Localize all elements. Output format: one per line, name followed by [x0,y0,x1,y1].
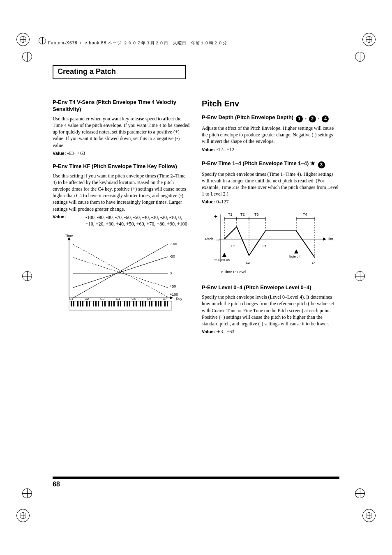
param-heading-penv-level: P-Env Level 0–4 (Pitch Envelope Level 0–… [202,284,339,291]
svg-text:–: – [214,256,217,263]
svg-rect-52 [160,301,161,306]
body-text: Specify the pitch envelope levels (Level… [202,294,339,327]
registration-mark-icon [16,32,30,47]
svg-rect-29 [89,301,90,306]
svg-text:L4: L4 [312,261,316,265]
svg-text:L2: L2 [246,261,250,265]
body-text: Adjusts the effect of the Pitch Envelope… [202,125,339,145]
svg-text:-100: -100 [170,242,177,246]
crosshair-icon [355,52,370,67]
svg-rect-26 [80,301,81,306]
crosshair-icon [22,271,37,286]
body-text: Specify the pitch envelope times (Time 1… [202,171,339,198]
svg-text:Time: Time [327,237,333,241]
value-line: Value: -12– +12 [202,147,339,153]
svg-text:T2: T2 [240,212,245,216]
svg-text:+: + [214,213,217,220]
svg-rect-44 [136,301,137,306]
svg-rect-30 [93,301,94,306]
registration-mark-icon [362,32,376,47]
crosshair-icon [39,37,46,44]
left-column: P-Env T4 V-Sens (Pitch Envelope Time 4 V… [53,99,190,341]
svg-text:T1: T1 [228,212,233,216]
body-text: Use this setting if you want the pitch e… [53,173,190,212]
svg-text:T3: T3 [254,212,259,216]
svg-rect-47 [145,301,146,306]
svg-rect-48 [149,301,150,306]
svg-rect-36 [111,301,112,306]
svg-text:Note off: Note off [289,255,301,258]
book-header-line: Fantom-X678_r_e.book 68 ページ ２００７年３月２０日 火… [48,40,227,46]
param-heading-penv-depth: P-Env Depth (Pitch Envelope Depth) 1 , 2… [202,114,339,122]
svg-rect-50 [155,301,157,306]
svg-rect-38 [118,301,119,306]
svg-text:C5: C5 [131,297,136,301]
svg-text:C7: C7 [163,297,167,301]
value-line: Value: -63– +63 [53,150,190,157]
svg-rect-34 [104,301,106,306]
svg-text:C2: C2 [85,297,89,301]
svg-rect-46 [142,301,143,306]
crosshair-icon [355,488,370,503]
svg-rect-25 [77,301,78,306]
svg-text:C4: C4 [116,297,120,301]
svg-text:L1: L1 [231,244,235,248]
svg-text:Key: Key [176,297,182,301]
svg-rect-51 [158,301,159,306]
svg-rect-42 [129,301,130,306]
svg-text:C1: C1 [69,297,74,301]
value-line: Value: 0–127 [202,199,339,205]
circled-number-3-icon: 3 [318,161,325,168]
star-icon: ★ [310,160,316,166]
param-heading-penv-time: P-Env Time 1–4 (Pitch Envelope Time 1–4)… [202,159,339,168]
param-heading-penv-time-kf: P-Env Time KF (Pitch Envelope Time Key F… [53,163,190,170]
svg-rect-49 [151,301,152,306]
svg-marker-3 [170,296,173,299]
svg-rect-23 [71,301,72,306]
svg-rect-39 [120,301,121,306]
svg-rect-27 [82,301,83,306]
page-title: Creating a Patch [58,67,116,76]
svg-rect-28 [86,301,88,306]
body-text: Use this parameter when you want key rel… [53,115,190,149]
crosshair-icon [22,52,37,67]
svg-text:Pitch: Pitch [205,237,213,241]
page-title-box: Creating a Patch [53,65,186,79]
circled-number-1-icon: 1 [296,115,303,122]
svg-text:T: Time    L: Level: T: Time L: Level [220,270,246,274]
svg-text:+50: +50 [170,284,176,288]
svg-text:L3: L3 [263,244,266,248]
right-column: Pitch Env P-Env Depth (Pitch Envelope De… [202,99,339,341]
svg-rect-53 [164,301,166,306]
svg-rect-31 [95,301,97,306]
svg-rect-54 [167,301,168,306]
svg-text:C6: C6 [147,297,152,301]
svg-marker-89 [222,253,226,257]
registration-mark-icon [16,508,30,523]
circled-number-2-icon: 2 [309,115,316,122]
svg-text:Note on: Note on [218,258,230,262]
svg-rect-35 [108,301,110,306]
crosshair-icon [355,271,370,286]
svg-rect-45 [140,301,141,306]
svg-rect-33 [102,301,103,306]
registration-mark-icon [362,508,376,523]
value-line: Value: -63– +63 [202,329,339,335]
value-line: Value: -100, -90, -80, -70, -60, -50, -4… [53,214,190,227]
param-heading-penv-t4-vsens: P-Env T4 V-Sens (Pitch Envelope Time 4 V… [53,99,190,113]
svg-text:L0: L0 [217,238,220,242]
page-number: 68 [53,477,339,488]
circled-number-4-icon: 4 [322,115,329,122]
section-heading-pitch-env: Pitch Env [202,99,339,108]
svg-rect-32 [98,301,99,306]
svg-rect-41 [127,301,128,306]
svg-text:T4: T4 [303,212,307,216]
svg-text:0: 0 [170,271,172,275]
svg-rect-43 [133,301,134,306]
svg-text:C3: C3 [100,297,105,301]
crosshair-icon [22,488,37,503]
svg-rect-37 [113,301,115,306]
envelope-diagram: + – Pitch Time T1 T2 T [202,208,333,280]
keyfollow-diagram: Time -100 -50 0 +50 +100 [53,232,184,318]
svg-marker-91 [294,249,298,253]
